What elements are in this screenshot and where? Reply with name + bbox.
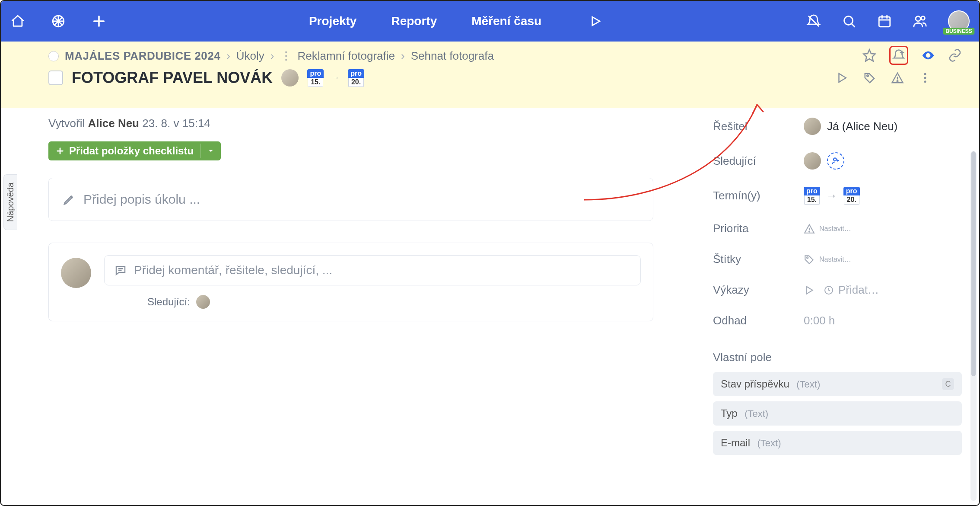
clock-icon [824,285,834,295]
svg-point-19 [897,80,898,82]
eye-icon[interactable] [921,48,935,62]
tag-icon[interactable] [863,71,876,84]
add-follower-button[interactable] [827,152,844,170]
scrollbar[interactable] [970,151,977,501]
breadcrumb: MAJÁLES PARDUBICE 2024 › Úkoly › ⋮ Rekla… [1,49,979,63]
worklog-add-button[interactable]: Přidat… [824,283,879,297]
add-checklist-button[interactable]: Přidat položky checklistu [48,141,221,160]
svg-point-35 [809,231,810,232]
follower-avatar[interactable] [804,152,821,170]
end-date-pill[interactable]: pro 20. [348,69,364,87]
svg-marker-27 [864,50,875,61]
created-info: Vytvořil Alice Neu 23. 8. v 15:14 [48,117,703,141]
breadcrumb-item[interactable]: Reklamní fotografie [298,49,395,63]
worklogs-label: Výkazy [713,283,804,297]
bell-plus-icon[interactable] [889,46,908,65]
top-navbar: Projekty Reporty Měření času BUSINESS [1,1,979,42]
svg-point-22 [924,80,926,83]
follower-avatar[interactable] [196,295,210,309]
custom-field-row[interactable]: Typ (Text) [713,401,962,426]
svg-point-17 [867,75,869,77]
assignee-label: Řešitel [713,120,804,133]
star-icon[interactable] [862,48,876,62]
chevron-right-icon: › [226,49,230,63]
end-date-pill[interactable]: pro 20. [843,187,860,205]
comment-icon [114,264,127,277]
svg-rect-11 [879,17,890,27]
description-card[interactable]: Přidej popis úkolu ... [48,178,653,221]
followers-label: Sledující: [147,296,190,308]
svg-point-15 [916,16,920,21]
tag-icon [804,254,815,265]
svg-point-16 [921,16,925,20]
task-title[interactable]: FOTOGRAF PAVEL NOVÁK [72,69,273,87]
custom-fields-title: Vlastní pole [713,351,962,364]
nav-reports[interactable]: Reporty [391,14,437,28]
checklist-caret-icon[interactable] [200,144,221,158]
search-icon[interactable] [842,14,856,29]
custom-field-badge: C [942,378,954,390]
breadcrumb-tasks[interactable]: Úkoly [236,49,264,63]
assignee-avatar-small [804,118,821,135]
estimate-label: Odhad [713,314,804,327]
deadline-label: Termín(y) [713,189,804,202]
start-date-pill[interactable]: pro 15. [307,69,324,87]
svg-point-31 [834,158,837,161]
custom-field-row[interactable]: E-mail (Text) [713,431,962,455]
svg-line-10 [852,24,854,26]
followers-side-label: Sledující [713,154,804,168]
vertical-dots-icon[interactable]: ⋮ [280,49,292,63]
nav-projects[interactable]: Projekty [309,14,357,28]
user-avatar[interactable]: BUSINESS [948,10,970,32]
assignee-avatar[interactable] [281,69,299,86]
chevron-right-icon: › [401,49,405,63]
svg-point-20 [924,73,926,75]
help-tab[interactable]: Nápověda [3,174,17,230]
play-outline-icon[interactable] [836,71,849,84]
plus-icon[interactable] [92,14,106,29]
svg-point-30 [927,54,929,56]
breadcrumb-project[interactable]: MAJÁLES PARDUBICE 2024 [65,49,220,63]
tags-label: Štítky [713,253,804,266]
comment-placeholder: Přidej komentář, řešitele, sledující, ..… [134,263,332,277]
svg-point-21 [924,77,926,79]
bell-off-icon[interactable] [806,14,821,29]
estimate-value[interactable]: 0:00 h [804,314,835,327]
assignee-value[interactable]: Já (Alice Neu) [804,118,897,135]
business-badge: BUSINESS [943,28,974,35]
wheel-icon[interactable] [51,14,66,29]
priority-label: Priorita [713,222,804,235]
link-icon[interactable] [948,48,962,62]
comment-input[interactable]: Přidej komentář, řešitele, sledující, ..… [104,255,641,285]
tags-set-button[interactable]: Nastavit… [804,254,851,265]
priority-set-button[interactable]: Nastavit… [804,223,851,234]
team-icon[interactable] [913,14,927,29]
chevron-right-icon: › [270,49,274,63]
task-complete-checkbox[interactable] [48,70,63,85]
arrow-right-icon: → [332,74,339,82]
description-placeholder: Přidej popis úkolu ... [83,192,200,207]
warning-icon[interactable] [891,71,904,84]
breadcrumb-item[interactable]: Sehnat fotografa [411,49,494,63]
play-icon[interactable] [804,285,815,296]
warning-icon [804,223,815,234]
custom-field-row[interactable]: Stav příspěvku (Text) C [713,372,962,396]
current-user-avatar [61,258,91,288]
scrollbar-thumb[interactable] [971,151,976,376]
svg-point-36 [807,257,808,258]
home-icon[interactable] [10,14,25,29]
task-header: MAJÁLES PARDUBICE 2024 › Úkoly › ⋮ Rekla… [1,42,979,108]
arrow-right-icon: → [826,189,837,202]
start-date-pill[interactable]: pro 15. [804,187,820,205]
project-icon [48,51,59,61]
more-icon[interactable] [919,71,932,84]
play-icon[interactable] [589,14,604,29]
calendar-icon[interactable] [877,14,892,29]
nav-timetracking[interactable]: Měření času [471,14,541,28]
pencil-icon [63,193,76,206]
